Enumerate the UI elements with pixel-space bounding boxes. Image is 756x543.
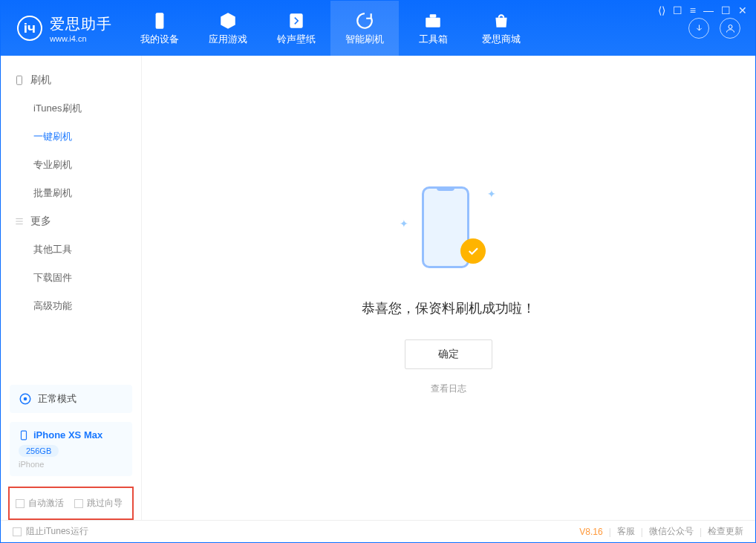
logo-icon: iч bbox=[17, 16, 42, 41]
minimize-icon[interactable]: — bbox=[703, 4, 714, 16]
sidebar-item-advanced[interactable]: 高级功能 bbox=[1, 292, 141, 320]
app-title: 爱思助手 bbox=[50, 14, 112, 34]
menu-icon[interactable]: ≡ bbox=[690, 4, 696, 16]
settings-icon[interactable]: ⟨⟩ bbox=[658, 4, 665, 16]
block-itunes-label[interactable]: 阻止iTunes运行 bbox=[26, 525, 88, 538]
list-icon bbox=[14, 216, 25, 227]
success-message: 恭喜您，保资料刷机成功啦！ bbox=[362, 299, 535, 317]
checkbox-icon bbox=[16, 499, 25, 508]
mode-icon bbox=[19, 392, 32, 406]
svg-rect-1 bbox=[290, 13, 302, 28]
maximize-icon[interactable]: ☐ bbox=[721, 4, 731, 16]
refresh-icon bbox=[355, 11, 374, 30]
app-subtitle: www.i4.cn bbox=[50, 34, 112, 43]
music-icon bbox=[287, 11, 306, 30]
device-storage: 256GB bbox=[19, 445, 59, 457]
view-log-link[interactable]: 查看日志 bbox=[431, 383, 466, 395]
checkbox-icon[interactable] bbox=[13, 527, 22, 536]
cube-icon bbox=[218, 11, 238, 30]
phone-icon bbox=[14, 75, 25, 85]
sidebar-item-batch-flash[interactable]: 批量刷机 bbox=[1, 179, 141, 207]
sidebar-group-flash: 刷机 bbox=[1, 66, 141, 94]
header: iч 爱思助手 www.i4.cn 我的设备 应用游戏 铃声壁纸 智能刷机 工具… bbox=[1, 1, 755, 56]
top-nav: 我的设备 应用游戏 铃声壁纸 智能刷机 工具箱 爱思商城 bbox=[126, 1, 535, 56]
svg-point-7 bbox=[24, 397, 27, 401]
svg-rect-0 bbox=[156, 13, 164, 29]
footer-link-support[interactable]: 客服 bbox=[617, 525, 635, 538]
check-badge-icon bbox=[460, 238, 486, 264]
download-icon[interactable] bbox=[688, 18, 709, 39]
checkbox-icon bbox=[74, 499, 83, 508]
nav-smart-flash[interactable]: 智能刷机 bbox=[330, 1, 399, 56]
device-name: iPhone XS Max bbox=[33, 429, 102, 440]
skin-icon[interactable]: ☐ bbox=[673, 4, 682, 16]
close-icon[interactable]: ✕ bbox=[738, 4, 747, 16]
sidebar: 刷机 iTunes刷机 一键刷机 专业刷机 批量刷机 更多 其他工具 下载固件 … bbox=[1, 56, 142, 520]
logo[interactable]: iч 爱思助手 www.i4.cn bbox=[1, 1, 126, 56]
option-skip-guide[interactable]: 跳过向导 bbox=[74, 497, 123, 510]
device-icon bbox=[150, 11, 169, 30]
sidebar-item-other-tools[interactable]: 其他工具 bbox=[1, 235, 141, 264]
sidebar-item-pro-flash[interactable]: 专业刷机 bbox=[1, 151, 141, 179]
svg-rect-3 bbox=[430, 14, 437, 17]
version-label: V8.16 bbox=[579, 527, 602, 537]
sidebar-group-more: 更多 bbox=[1, 207, 141, 235]
footer-link-update[interactable]: 检查更新 bbox=[708, 525, 743, 538]
footer-link-wechat[interactable]: 微信公众号 bbox=[649, 525, 694, 538]
bag-icon bbox=[492, 11, 511, 30]
sidebar-item-itunes-flash[interactable]: iTunes刷机 bbox=[1, 94, 141, 123]
svg-rect-2 bbox=[426, 17, 440, 27]
svg-rect-5 bbox=[17, 76, 22, 85]
nav-toolbox[interactable]: 工具箱 bbox=[399, 1, 467, 56]
ok-button[interactable]: 确定 bbox=[405, 339, 492, 369]
toolbox-icon bbox=[423, 11, 443, 30]
option-auto-activate[interactable]: 自动激活 bbox=[16, 497, 64, 510]
user-icon[interactable] bbox=[720, 18, 740, 39]
sidebar-item-download-firmware[interactable]: 下载固件 bbox=[1, 264, 141, 292]
svg-rect-8 bbox=[22, 431, 27, 440]
device-type: iPhone bbox=[19, 460, 123, 469]
nav-ringtones[interactable]: 铃声壁纸 bbox=[262, 1, 330, 56]
sidebar-item-oneclick-flash[interactable]: 一键刷机 bbox=[1, 123, 141, 151]
svg-point-4 bbox=[729, 25, 732, 28]
device-card[interactable]: iPhone XS Max 256GB iPhone bbox=[10, 422, 132, 476]
nav-my-device[interactable]: 我的设备 bbox=[126, 1, 194, 56]
footer: 阻止iTunes运行 V8.16 | 客服 | 微信公众号 | 检查更新 bbox=[1, 520, 755, 542]
device-small-icon bbox=[19, 430, 29, 440]
success-illustration: ✦ ✦ bbox=[404, 181, 493, 277]
nav-store[interactable]: 爱思商城 bbox=[467, 1, 535, 56]
window-controls: ⟨⟩ ☐ ≡ — ☐ ✕ bbox=[658, 4, 747, 16]
nav-apps-games[interactable]: 应用游戏 bbox=[194, 1, 262, 56]
mode-card[interactable]: 正常模式 bbox=[10, 385, 132, 413]
flash-options-highlighted: 自动激活 跳过向导 bbox=[8, 487, 134, 520]
main-content: ✦ ✦ 恭喜您，保资料刷机成功啦！ 确定 查看日志 bbox=[142, 56, 755, 520]
body: 刷机 iTunes刷机 一键刷机 专业刷机 批量刷机 更多 其他工具 下载固件 … bbox=[1, 56, 755, 520]
